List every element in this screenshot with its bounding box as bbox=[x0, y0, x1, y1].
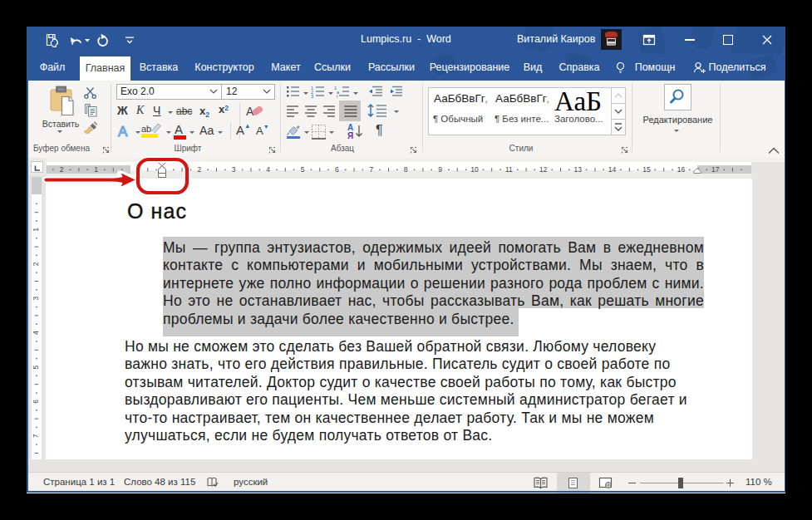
svg-text:9: 9 bbox=[438, 165, 442, 174]
svg-text:2: 2 bbox=[32, 262, 40, 266]
svg-text:12: 12 bbox=[539, 165, 548, 174]
svg-text:7: 7 bbox=[369, 165, 373, 174]
svg-text:5: 5 bbox=[301, 165, 305, 174]
svg-text:i: i bbox=[337, 94, 337, 99]
svg-text:1: 1 bbox=[32, 228, 40, 232]
svg-text:11: 11 bbox=[505, 165, 513, 174]
svg-text:Я: Я bbox=[347, 131, 353, 140]
svg-text:3: 3 bbox=[232, 165, 236, 174]
svg-text:4: 4 bbox=[32, 331, 40, 335]
svg-text:ab: ab bbox=[141, 124, 151, 134]
svg-text:5: 5 bbox=[32, 365, 40, 369]
svg-text:15: 15 bbox=[642, 165, 651, 174]
svg-text:13: 13 bbox=[573, 165, 582, 174]
svg-text:8: 8 bbox=[404, 165, 408, 174]
svg-text:16: 16 bbox=[677, 165, 686, 174]
svg-text:14: 14 bbox=[608, 165, 617, 174]
svg-text:A: A bbox=[118, 124, 128, 140]
svg-text:6: 6 bbox=[335, 165, 339, 174]
svg-text:4: 4 bbox=[266, 165, 270, 174]
svg-text:17: 17 bbox=[711, 165, 720, 174]
svg-text:3: 3 bbox=[311, 94, 313, 99]
svg-text:7: 7 bbox=[32, 434, 40, 438]
svg-text:6: 6 bbox=[32, 400, 40, 404]
svg-text:3: 3 bbox=[32, 297, 40, 301]
svg-text:10: 10 bbox=[470, 165, 479, 174]
